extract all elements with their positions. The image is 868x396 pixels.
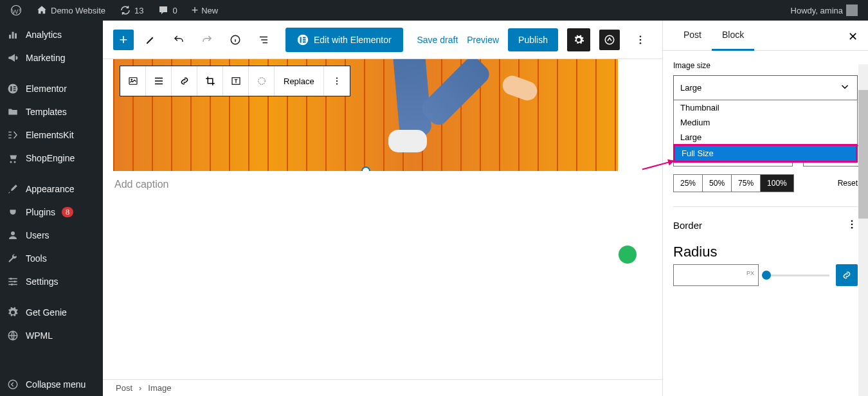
close-panel-button[interactable]: ✕ <box>848 30 858 44</box>
svg-rect-25 <box>303 39 306 40</box>
option-large[interactable]: Large <box>674 130 857 145</box>
image-block[interactable]: Replace <box>113 59 618 171</box>
admin-bar: Demo Website 13 0 +New Howdy, amina <box>0 0 868 21</box>
sidebar-item-marketing[interactable]: Marketing <box>0 46 103 69</box>
border-label: Border <box>673 220 702 231</box>
sidebar-item-tools[interactable]: Tools <box>0 247 103 270</box>
svg-point-12 <box>11 231 15 235</box>
preview-button[interactable]: Preview <box>467 35 499 45</box>
link-button[interactable] <box>172 66 197 96</box>
align-button[interactable] <box>146 66 172 96</box>
plugins-badge: 8 <box>62 207 73 217</box>
pct-25[interactable]: 25% <box>674 175 703 192</box>
tab-block[interactable]: Block <box>712 21 754 51</box>
image-size-label: Image size <box>673 61 858 70</box>
svg-rect-14 <box>8 281 17 282</box>
collapse-menu[interactable]: Collapse menu <box>0 373 103 396</box>
content-image <box>357 59 550 168</box>
svg-point-17 <box>14 281 16 283</box>
outline-button[interactable] <box>252 28 275 51</box>
panel-tabs: Post Block ✕ <box>663 21 868 51</box>
svg-rect-2 <box>12 32 14 39</box>
svg-point-39 <box>851 224 853 226</box>
edit-mode-button[interactable] <box>139 28 162 51</box>
editor: + Edit with Elementor Save draft Preview… <box>103 21 662 396</box>
editor-canvas[interactable]: Replace Add caption <box>103 59 662 396</box>
folder-icon <box>6 105 19 118</box>
svg-point-20 <box>8 380 17 389</box>
sidebar-item-users[interactable]: Users <box>0 224 103 247</box>
svg-point-16 <box>10 278 12 280</box>
cart-icon <box>6 152 19 165</box>
breadcrumb-image[interactable]: Image <box>148 383 171 393</box>
megaphone-icon <box>6 51 19 64</box>
radius-input[interactable]: PX <box>673 264 759 286</box>
globe-icon <box>6 329 19 342</box>
comments[interactable]: 0 <box>152 4 182 16</box>
editor-topbar: + Edit with Elementor Save draft Preview… <box>103 21 662 59</box>
block-toolbar: Replace <box>120 66 350 96</box>
save-draft-button[interactable]: Save draft <box>417 35 458 45</box>
svg-rect-7 <box>14 88 16 89</box>
reset-button[interactable]: Reset <box>838 179 858 188</box>
resize-handle[interactable] <box>361 166 370 171</box>
pct-75[interactable]: 75% <box>732 175 761 192</box>
pct-50[interactable]: 50% <box>703 175 732 192</box>
image-size-select[interactable]: Large Thumbnail Medium Large Full Size <box>673 75 858 100</box>
crop-button[interactable] <box>197 66 223 96</box>
updates[interactable]: 13 <box>114 4 149 16</box>
edit-elementor-button[interactable]: Edit with Elementor <box>285 28 403 52</box>
svg-point-38 <box>851 220 853 222</box>
sidebar-item-templates[interactable]: Templates <box>0 100 103 123</box>
pct-100[interactable]: 100% <box>761 175 793 192</box>
block-more-button[interactable] <box>324 66 350 96</box>
extra-button[interactable] <box>599 30 620 50</box>
sidebar-item-elementor[interactable]: Elementor <box>0 77 103 100</box>
svg-point-4 <box>8 84 18 94</box>
sidebar-item-analytics[interactable]: Analytics <box>0 23 103 46</box>
svg-rect-26 <box>303 41 306 42</box>
option-full-size[interactable]: Full Size <box>673 144 858 163</box>
scrollbar[interactable] <box>858 64 868 396</box>
svg-point-18 <box>11 284 13 285</box>
breadcrumb-post[interactable]: Post <box>116 383 132 393</box>
publish-button[interactable]: Publish <box>508 28 558 51</box>
settings-button[interactable] <box>567 28 590 51</box>
option-thumbnail[interactable]: Thumbnail <box>674 100 857 115</box>
sidebar-item-elementskit[interactable]: ElementsKit <box>0 123 103 147</box>
plug-icon <box>6 206 19 219</box>
sidebar-item-shopengine[interactable]: ShopEngine <box>0 147 103 170</box>
add-block-button[interactable]: + <box>113 30 134 50</box>
image-size-dropdown: Thumbnail Medium Large Full Size <box>673 100 858 163</box>
tab-post[interactable]: Post <box>673 21 712 50</box>
undo-button[interactable] <box>167 28 190 51</box>
replace-button[interactable]: Replace <box>275 66 324 96</box>
new-content[interactable]: +New <box>186 4 224 17</box>
svg-rect-9 <box>8 132 12 133</box>
sidebar-item-appearance[interactable]: Appearance <box>0 177 103 201</box>
text-overlay-button[interactable] <box>223 66 249 96</box>
border-more-button[interactable] <box>846 219 858 232</box>
wp-logo[interactable] <box>5 4 27 16</box>
site-name[interactable]: Demo Website <box>31 4 111 16</box>
details-button[interactable] <box>224 28 247 51</box>
sidebar-item-plugins[interactable]: Plugins8 <box>0 201 103 224</box>
radius-slider[interactable] <box>765 274 829 276</box>
sidebar-item-getgenie[interactable]: Get Genie <box>0 301 103 324</box>
sidebar-item-settings[interactable]: Settings <box>0 270 103 293</box>
block-type-button[interactable] <box>120 66 146 96</box>
duotone-button[interactable] <box>249 66 275 96</box>
link-sides-button[interactable] <box>836 264 858 286</box>
option-medium[interactable]: Medium <box>674 115 857 130</box>
chat-widget[interactable] <box>619 246 637 264</box>
svg-point-29 <box>640 39 642 40</box>
svg-rect-3 <box>15 33 17 39</box>
collapse-icon <box>6 378 19 391</box>
caption-input[interactable]: Add caption <box>113 171 652 198</box>
sidebar-item-wpml[interactable]: WPML <box>0 324 103 347</box>
redo-button[interactable] <box>195 28 219 51</box>
radius-label: Radius <box>673 244 858 260</box>
howdy[interactable]: Howdy, amina <box>786 4 863 16</box>
more-options-button[interactable] <box>629 28 652 51</box>
kit-icon <box>6 129 19 141</box>
